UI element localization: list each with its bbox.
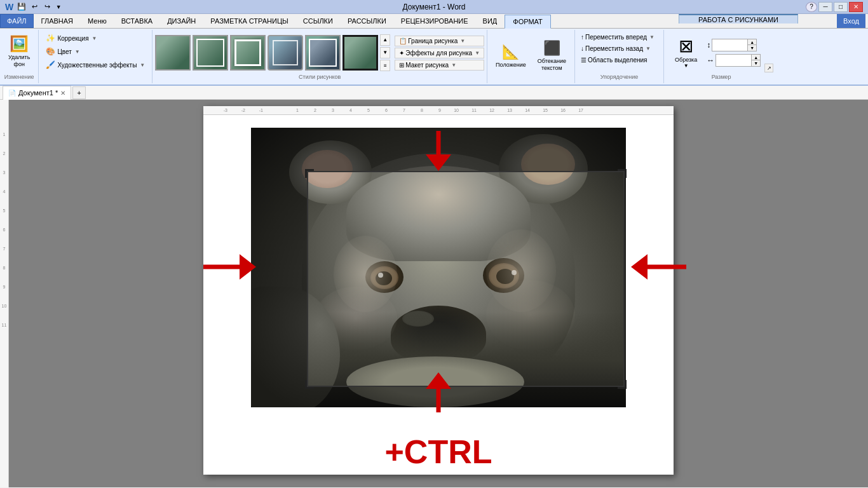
change-label bbox=[43, 80, 148, 81]
horizontal-ruler: -3 -2 -1 1 2 3 4 5 6 7 8 9 10 11 12 13 bbox=[203, 106, 674, 115]
height-input[interactable]: 10,26 см bbox=[712, 39, 747, 51]
pic-style-2[interactable] bbox=[193, 35, 228, 71]
styles-scroll-down[interactable]: ▼ bbox=[380, 47, 390, 58]
page-content: +CTRL bbox=[203, 115, 674, 484]
width-input[interactable]: 15,47 см bbox=[716, 55, 751, 66]
tab-menu[interactable]: Меню bbox=[81, 14, 114, 28]
selection-pane-btn[interactable]: ☰Область выделения bbox=[578, 55, 658, 65]
tab-mailings[interactable]: РАССЫЛКИ bbox=[341, 14, 393, 28]
arrow-right bbox=[200, 251, 257, 284]
pic-style-5[interactable] bbox=[305, 35, 341, 71]
doc-area: 1 2 3 4 5 6 7 8 9 10 11 -3 -2 -1 1 2 3 bbox=[0, 100, 868, 487]
restore-btn[interactable]: □ bbox=[834, 2, 848, 12]
doc-tab-bar: 📄 Документ1 * ✕ + bbox=[0, 86, 868, 100]
height-up[interactable]: ▲ bbox=[747, 39, 756, 45]
size-group-label: Размер bbox=[669, 74, 773, 81]
send-backward-btn[interactable]: ↓Переместить назад▼ bbox=[578, 43, 658, 54]
pic-style-3[interactable] bbox=[230, 35, 266, 71]
context-tab-header: РАБОТА С РИСУНКАМИ bbox=[698, 16, 778, 24]
pic-style-4[interactable] bbox=[268, 35, 303, 71]
svg-marker-7 bbox=[631, 254, 648, 280]
height-icon: ↕ bbox=[707, 41, 710, 50]
crop-overlay bbox=[307, 171, 625, 387]
styles-scroll-up[interactable]: ▲ bbox=[380, 34, 390, 46]
signin-button[interactable]: Вход bbox=[837, 14, 865, 28]
color-btn[interactable]: 🎨 Цвет ▼ bbox=[43, 45, 148, 58]
change-group-label: Изменение bbox=[4, 74, 34, 81]
doc-tab-close[interactable]: ✕ bbox=[60, 90, 65, 97]
title-text: Документ1 - Word bbox=[402, 3, 465, 11]
height-down[interactable]: ▼ bbox=[747, 45, 756, 51]
word-logo-icon: W bbox=[5, 2, 13, 12]
arrange-group-label: Упорядочение bbox=[578, 74, 661, 81]
height-spinbox: 10,26 см ▲ ▼ bbox=[712, 39, 757, 51]
pic-styles-label: Стили рисунков bbox=[155, 74, 484, 81]
remove-bg-btn[interactable]: 🖼️ Удалитьфон bbox=[4, 32, 34, 71]
help-btn[interactable]: ? bbox=[806, 2, 817, 12]
ribbon-tab-bar: РАБОТА С РИСУНКАМИ ФАЙЛ ГЛАВНАЯ Меню ВСТ… bbox=[0, 14, 868, 29]
picture-border-btn[interactable]: 📋Граница рисунка▼ bbox=[395, 36, 484, 46]
arrow-up bbox=[423, 371, 454, 417]
picture-effects-btn[interactable]: ✦Эффекты для рисунка▼ bbox=[395, 48, 484, 58]
artistic-effects-btn[interactable]: 🖌️ Художественные эффекты ▼ bbox=[43, 58, 148, 71]
bring-forward-btn[interactable]: ↑Переместить вперед▼ bbox=[578, 32, 658, 43]
tab-design[interactable]: ДИЗАЙН bbox=[160, 14, 203, 28]
tab-view[interactable]: ВИД bbox=[476, 14, 505, 28]
new-doc-tab[interactable]: + bbox=[72, 86, 85, 99]
size-group: ⊠ Обрезка ▼ ↕ 10,26 см ▲ ▼ ↔ bbox=[664, 30, 778, 83]
tab-file[interactable]: ФАЙЛ bbox=[0, 14, 34, 28]
arrange-group: ↑Переместить вперед▼ ↓Переместить назад▼… bbox=[575, 30, 664, 83]
close-btn[interactable]: ✕ bbox=[849, 2, 863, 12]
svg-marker-1 bbox=[426, 154, 451, 171]
position-btn[interactable]: 📐 Положение bbox=[491, 36, 531, 76]
width-up[interactable]: ▲ bbox=[751, 55, 760, 60]
qat-save[interactable]: 💾 bbox=[16, 2, 27, 12]
doc-scroll-area[interactable]: -3 -2 -1 1 2 3 4 5 6 7 8 9 10 11 12 13 bbox=[9, 100, 868, 487]
qat-undo[interactable]: ↩ bbox=[29, 2, 40, 12]
arrow-down bbox=[423, 128, 454, 173]
qat-customize[interactable]: ▼ bbox=[54, 2, 63, 12]
tab-page-layout[interactable]: РАЗМЕТКА СТРАНИЦЫ bbox=[203, 14, 295, 28]
pic-style-1[interactable] bbox=[155, 35, 191, 71]
doc-icon: 📄 bbox=[8, 90, 16, 97]
pic-style-6[interactable] bbox=[342, 35, 378, 71]
arrow-left bbox=[626, 251, 689, 284]
doc-tab-name: Документ1 * bbox=[18, 89, 58, 97]
tab-insert[interactable]: ВСТАВКА bbox=[114, 14, 159, 28]
doc-tab-document1[interactable]: 📄 Документ1 * ✕ bbox=[3, 86, 71, 100]
tab-format[interactable]: ФОРМАТ bbox=[505, 15, 551, 29]
width-icon: ↔ bbox=[707, 56, 714, 65]
ribbon: 🖼️ Удалитьфон Изменение ✨ Коррекция ▼ 🎨 … bbox=[0, 29, 868, 86]
image-container[interactable] bbox=[251, 128, 626, 407]
tab-references[interactable]: ССЫЛКИ bbox=[296, 14, 340, 28]
tab-review[interactable]: РЕЦЕНЗИРОВАНИЕ bbox=[394, 14, 475, 28]
width-spinbox: 15,47 см ▲ ▼ bbox=[715, 54, 761, 67]
tab-home[interactable]: ГЛАВНАЯ bbox=[34, 14, 80, 28]
wrap-text-btn[interactable]: ⬛ Обтеканиетекстом bbox=[533, 36, 571, 76]
svg-marker-3 bbox=[426, 372, 451, 389]
size-expand-btn[interactable]: ↗ bbox=[764, 64, 773, 72]
position-wrap-group: 📐 Положение ⬛ Обтеканиетекстом bbox=[487, 30, 575, 83]
quick-access-toolbar: 💾 ↩ ↪ ▼ bbox=[16, 2, 63, 12]
ctrl-text: +CTRL bbox=[385, 433, 492, 470]
styles-expand[interactable]: ≡ bbox=[380, 60, 390, 71]
pic-styles-group: ▲ ▼ ≡ 📋Граница рисунка▼ ✦Эффекты для рис… bbox=[153, 30, 487, 83]
minimize-btn[interactable]: ─ bbox=[818, 2, 832, 12]
change-group: ✨ Коррекция ▼ 🎨 Цвет ▼ 🖌️ Художественные… bbox=[39, 30, 153, 83]
page: -3 -2 -1 1 2 3 4 5 6 7 8 9 10 11 12 13 bbox=[203, 106, 674, 475]
crop-btn[interactable]: ⊠ Обрезка ▼ bbox=[669, 33, 703, 72]
remove-bg-group: 🖼️ Удалитьфон Изменение bbox=[0, 30, 39, 83]
ctrl-instruction: +CTRL bbox=[222, 433, 654, 471]
correction-btn[interactable]: ✨ Коррекция ▼ bbox=[43, 32, 148, 44]
svg-marker-5 bbox=[240, 254, 256, 280]
qat-redo[interactable]: ↪ bbox=[41, 2, 53, 12]
picture-layout-btn[interactable]: ⊞Макет рисунка▼ bbox=[395, 60, 484, 71]
width-down[interactable]: ▼ bbox=[751, 60, 760, 66]
vertical-ruler: 1 2 3 4 5 6 7 8 9 10 11 bbox=[0, 100, 9, 487]
